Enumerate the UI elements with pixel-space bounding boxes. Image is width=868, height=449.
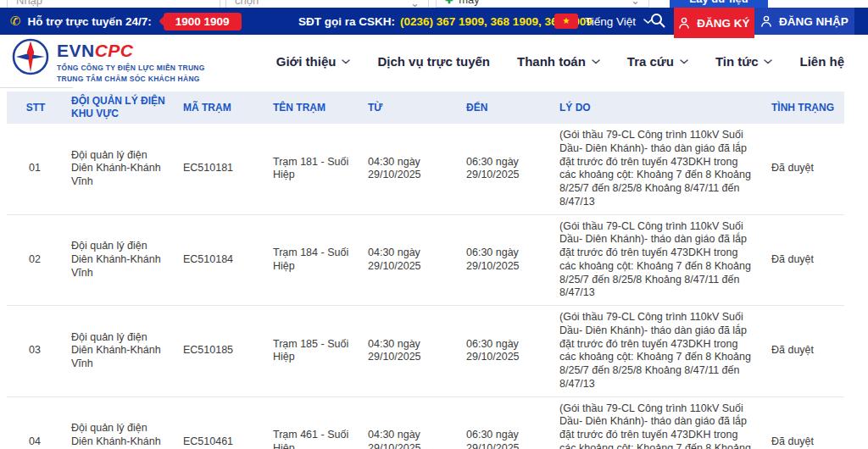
search-icon[interactable]: [649, 12, 668, 30]
plus-icon: ✚: [445, 0, 453, 5]
nav-dich-vu-truc-tuyen[interactable]: Dịch vụ trực tuyến: [377, 54, 490, 69]
col-header-station-name: TÊN TRẠM: [266, 91, 361, 124]
cell-team: Đội quản lý điện Diên Khánh-Khánh Vĩnh: [64, 124, 176, 214]
cell-reason: (Gói thầu 79-CL Công trình 110kV Suối Dầ…: [553, 306, 765, 397]
hotline-number-badge[interactable]: 1900 1909: [164, 13, 242, 30]
table-row: 03 Đội quản lý điện Diên Khánh-Khánh Vĩn…: [7, 306, 844, 397]
logo-texts: EVNCPC TỔNG CÔNG TY ĐIỆN LỰC MIỀN TRUNG …: [57, 38, 205, 83]
person-icon: [678, 17, 690, 29]
table-row: 01 Đội quản lý điện Diên Khánh-Khánh Vĩn…: [7, 124, 844, 214]
cell-stt: 02: [7, 214, 64, 306]
cutoff-form-strip: Nhập chọn ⌄ ✚máy ⌄ Lấy dữ liệu: [0, 0, 868, 8]
logo-wordmark: EVNCPC: [57, 41, 205, 61]
select-dropdown[interactable]: chọn ⌄: [225, 0, 429, 8]
hotline-label: Hỗ trợ trực tuyến 24/7:: [28, 15, 152, 28]
status-badge: Đã duyệt: [765, 124, 844, 214]
nav-label: Tra cứu: [627, 54, 674, 69]
machine-label: máy: [459, 0, 480, 6]
col-header-from: TỪ: [361, 91, 459, 124]
col-header-to: ĐẾN: [459, 91, 553, 124]
table-row: 02 Đội quản lý điện Diên Khánh-Khánh Vĩn…: [7, 214, 844, 306]
nav-label: Thanh toán: [517, 54, 586, 69]
nav-thanh-toan[interactable]: Thanh toán: [517, 54, 600, 69]
cell-station-code: EC510181: [176, 124, 266, 214]
col-header-reason: LÝ DO: [553, 91, 765, 124]
nav-tra-cuu[interactable]: Tra cứu: [627, 54, 688, 69]
nav-label: Dịch vụ trực tuyến: [377, 54, 490, 69]
col-header-team: ĐỘI QUẢN LÝ ĐIỆN KHU VỰC: [64, 91, 176, 124]
nav-label: Liên hệ: [799, 54, 844, 69]
cell-station-name: Trạm 461 - Suối Hiệp: [266, 396, 361, 449]
cell-reason: (Gói thầu 79-CL Công trình 110kV Suối Dầ…: [553, 396, 765, 449]
nav-lien-he[interactable]: Liên hệ: [799, 54, 844, 69]
register-button[interactable]: ĐĂNG KÝ: [674, 8, 754, 38]
cell-to: 06:30 ngày 29/10/2025: [459, 396, 553, 449]
cell-from: 04:30 ngày 29/10/2025: [361, 214, 459, 306]
cell-team: Đội quản lý điện Diên Khánh-Khánh Vĩnh: [64, 214, 176, 306]
table-row: 04 Đội quản lý điện Diên Khánh-Khánh Vĩn…: [7, 396, 844, 449]
table-header-row: STT ĐỘI QUẢN LÝ ĐIỆN KHU VỰC MÃ TRẠM TÊN…: [7, 91, 844, 124]
cell-team: Đội quản lý điện Diên Khánh-Khánh Vĩnh: [64, 306, 176, 397]
cell-reason: (Gói thầu 79-CL Công trình 110kV Suối Dầ…: [553, 214, 765, 306]
search-input-placeholder: Nhập: [16, 0, 42, 7]
chevron-down-icon: ⌄: [410, 0, 420, 8]
evn-star-icon: [12, 38, 49, 75]
cell-team: Đội quản lý điện Diên Khánh-Khánh Vĩnh: [64, 396, 176, 449]
cell-from: 04:30 ngày 29/10/2025: [361, 124, 459, 214]
cell-to: 06:30 ngày 29/10/2025: [459, 124, 553, 214]
login-label: ĐĂNG NHẬP: [779, 15, 849, 28]
cell-station-code: EC510184: [176, 214, 266, 306]
search-input[interactable]: Nhập: [7, 0, 220, 8]
status-badge: Đã duyệt: [765, 214, 844, 306]
nav-gioi-thieu[interactable]: Giới thiệu: [276, 54, 351, 69]
page: Nhập chọn ⌄ ✚máy ⌄ Lấy dữ liệu ✆ Hỗ trợ …: [0, 0, 868, 449]
language-label: Tiếng Việt: [585, 15, 636, 28]
main-nav: Giới thiệu Dịch vụ trực tuyến Thanh toán…: [276, 35, 844, 88]
hotline-group: ✆ Hỗ trợ trực tuyến 24/7: 1900 1909: [10, 8, 242, 35]
cell-to: 06:30 ngày 29/10/2025: [459, 306, 553, 397]
cell-station-name: Trạm 181 - Suối Hiệp: [266, 124, 361, 214]
status-badge: Đã duyệt: [765, 306, 844, 397]
chevron-down-icon: [680, 59, 688, 64]
cell-stt: 01: [7, 124, 64, 214]
fetch-data-label: Lấy dữ liệu: [689, 0, 748, 5]
login-button[interactable]: ĐĂNG NHẬP: [754, 8, 854, 35]
cell-station-name: Trạm 185 - Suối Hiệp: [266, 306, 361, 397]
cell-to: 06:30 ngày 29/10/2025: [459, 214, 553, 306]
cell-station-code: EC510185: [176, 306, 266, 397]
cell-reason: (Gói thầu 79-CL Công trình 110kV Suối Dầ…: [553, 124, 765, 214]
select-placeholder: chọn: [235, 0, 259, 7]
register-label: ĐĂNG KÝ: [697, 17, 749, 30]
cell-from: 04:30 ngày 29/10/2025: [361, 396, 459, 449]
nav-label: Giới thiệu: [276, 54, 337, 69]
chevron-down-icon: ⌄: [631, 0, 640, 6]
fetch-data-button[interactable]: Lấy dữ liệu: [670, 0, 768, 8]
nav-tin-tuc[interactable]: Tin tức: [715, 54, 773, 69]
outage-table: STT ĐỘI QUẢN LÝ ĐIỆN KHU VỰC MÃ TRẠM TÊN…: [7, 91, 844, 449]
site-header: EVNCPC TỔNG CÔNG TY ĐIỆN LỰC MIỀN TRUNG …: [0, 35, 868, 88]
chevron-down-icon: [342, 59, 350, 64]
company-name-line1: TỔNG CÔNG TY ĐIỆN LỰC MIỀN TRUNG: [57, 64, 205, 72]
cskh-label: SĐT gọi ra CSKH:: [298, 15, 395, 28]
cutoff-divider: [0, 87, 73, 88]
col-header-status: TÌNH TRẠNG: [765, 91, 844, 124]
chevron-down-icon: [764, 59, 772, 64]
language-selector[interactable]: Tiếng Việt: [585, 8, 653, 35]
cell-station-code: EC510461: [176, 396, 266, 449]
outage-table-container: STT ĐỘI QUẢN LÝ ĐIỆN KHU VỰC MÃ TRẠM TÊN…: [7, 91, 844, 449]
phone-icon: ✆: [10, 14, 21, 29]
cell-station-name: Trạm 184 - Suối Hiệp: [266, 214, 361, 306]
company-name-line2: TRUNG TÂM CHĂM SÓC KHÁCH HÀNG: [57, 75, 205, 83]
chevron-down-icon: [592, 59, 600, 64]
col-header-station-code: MÃ TRẠM: [176, 91, 266, 124]
cskh-phone-group: SĐT gọi ra CSKH: (0236) 367 1909, 368 19…: [298, 8, 593, 35]
cell-from: 04:30 ngày 29/10/2025: [361, 306, 459, 397]
nav-label: Tin tức: [715, 54, 759, 69]
col-header-stt: STT: [7, 91, 64, 124]
person-icon: [760, 15, 772, 27]
vietnam-flag-icon: ★: [554, 14, 578, 29]
status-badge: Đã duyệt: [765, 396, 844, 449]
evncpc-logo[interactable]: EVNCPC TỔNG CÔNG TY ĐIỆN LỰC MIỀN TRUNG …: [12, 38, 205, 83]
machine-select[interactable]: ✚máy ⌄: [436, 0, 649, 8]
cell-stt: 03: [7, 306, 64, 397]
